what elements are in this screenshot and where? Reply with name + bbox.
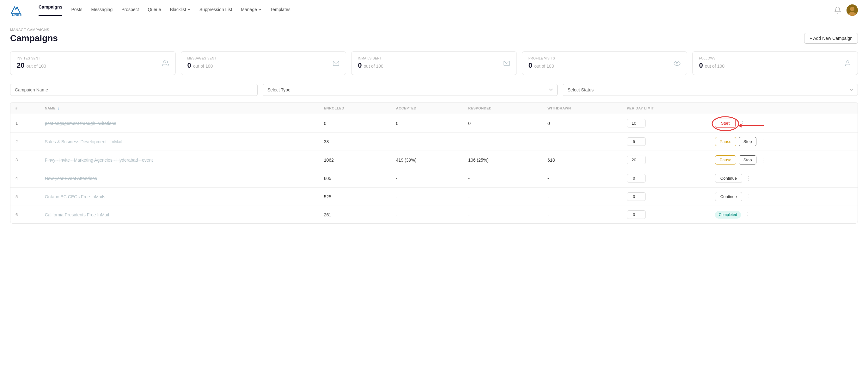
- cell-actions: Continue ⋮: [710, 169, 858, 188]
- table-row: 5 Ontario BC CEOs Free InMails 525 - - -…: [10, 188, 858, 206]
- per-day-input[interactable]: [627, 156, 646, 164]
- row-menu-button[interactable]: ⋮: [738, 120, 746, 127]
- cell-enrolled: 525: [319, 188, 391, 206]
- bell-icon[interactable]: [834, 6, 841, 14]
- cell-name: Sales & Business Development - InMail: [40, 133, 319, 151]
- cell-enrolled: 1062: [319, 151, 391, 169]
- logo[interactable]: LinkedLite: [10, 4, 23, 16]
- page-content: MANAGE CAMPAIGNS. Campaigns + Add New Ca…: [0, 20, 868, 231]
- per-day-input[interactable]: [627, 192, 646, 201]
- cell-actions: Start ⋮: [710, 114, 858, 133]
- nav-messaging[interactable]: Messaging: [91, 7, 113, 13]
- nav-manage[interactable]: Manage: [241, 7, 261, 13]
- nav-blacklist[interactable]: Blacklist: [170, 7, 190, 13]
- status-select[interactable]: Select Status: [563, 84, 858, 96]
- cell-withdrawn: -: [542, 206, 622, 224]
- svg-point-5: [163, 60, 166, 63]
- cell-withdrawn: -: [542, 188, 622, 206]
- navbar: LinkedLite Campaigns Posts Messaging Pro…: [0, 0, 868, 20]
- cell-num: 1: [10, 114, 40, 133]
- cell-per-day: [622, 188, 710, 206]
- nav-links: Campaigns Posts Messaging Prospect Queue…: [38, 4, 834, 16]
- cell-enrolled: 605: [319, 169, 391, 188]
- nav-campaigns[interactable]: Campaigns: [38, 4, 62, 16]
- cell-num: 2: [10, 133, 40, 151]
- stat-messages-value: 0 out of 100: [187, 61, 217, 69]
- cell-accepted: 0: [391, 114, 463, 133]
- cell-withdrawn: -: [542, 133, 622, 151]
- col-responded: RESPONDED: [463, 103, 542, 114]
- cell-withdrawn: 618: [542, 151, 622, 169]
- nav-posts[interactable]: Posts: [71, 7, 82, 13]
- cell-enrolled: 38: [319, 133, 391, 151]
- cell-per-day: [622, 114, 710, 133]
- cell-accepted: -: [391, 206, 463, 224]
- cell-per-day: [622, 151, 710, 169]
- cell-num: 6: [10, 206, 40, 224]
- table-row: 6 California Presidents Free InMail 261 …: [10, 206, 858, 224]
- nav-templates[interactable]: Templates: [270, 7, 290, 13]
- per-day-input[interactable]: [627, 174, 646, 183]
- cell-name: post engagement through invitations: [40, 114, 319, 133]
- nav-prospect[interactable]: Prospect: [121, 7, 139, 13]
- row-menu-button[interactable]: ⋮: [745, 193, 753, 200]
- col-accepted: ACCEPTED: [391, 103, 463, 114]
- continue-button[interactable]: Continue: [715, 174, 742, 183]
- col-actions: [710, 103, 858, 114]
- col-enrolled: ENROLLED: [319, 103, 391, 114]
- cell-responded: -: [463, 188, 542, 206]
- pause-button[interactable]: Pause: [715, 137, 736, 146]
- row-menu-button[interactable]: ⋮: [759, 138, 767, 145]
- svg-text:LinkedLite: LinkedLite: [12, 13, 22, 16]
- per-day-input[interactable]: [627, 137, 646, 146]
- page-header: Campaigns + Add New Campaign: [10, 33, 858, 44]
- stat-messages-label: MESSAGES SENT: [187, 57, 217, 60]
- type-select[interactable]: Select Type: [263, 84, 558, 96]
- stat-follows-value: 0 out of 100: [699, 61, 724, 69]
- table-row: 1 post engagement through invitations 0 …: [10, 114, 858, 133]
- cell-responded: -: [463, 169, 542, 188]
- nav-suppression[interactable]: Suppression List: [199, 7, 232, 13]
- continue-button[interactable]: Continue: [715, 192, 742, 201]
- stat-follows: FOLLOWS 0 out of 100: [692, 51, 858, 75]
- nav-queue[interactable]: Queue: [148, 7, 161, 13]
- cell-enrolled: 261: [319, 206, 391, 224]
- cell-name: Finvy - Invite - Marketing Agencies - Hy…: [40, 151, 319, 169]
- svg-point-9: [846, 60, 849, 63]
- people-icon: [162, 60, 169, 67]
- row-menu-button[interactable]: ⋮: [743, 211, 752, 218]
- cell-actions: Continue ⋮: [710, 188, 858, 206]
- stat-inmails-value: 0 out of 100: [358, 61, 383, 69]
- cell-responded: -: [463, 206, 542, 224]
- nav-right: [834, 4, 858, 16]
- page-title: Campaigns: [10, 33, 58, 43]
- row-menu-button[interactable]: ⋮: [745, 175, 753, 182]
- add-campaign-button[interactable]: + Add New Campaign: [804, 33, 858, 44]
- svg-point-3: [850, 7, 855, 11]
- cell-accepted: -: [391, 133, 463, 151]
- per-day-input[interactable]: [627, 211, 646, 219]
- cell-accepted: -: [391, 169, 463, 188]
- table-row: 2 Sales & Business Development - InMail …: [10, 133, 858, 151]
- campaign-name-input[interactable]: [10, 84, 258, 96]
- table-header-row: # NAME ↕ ENROLLED ACCEPTED RESPONDED WIT…: [10, 103, 858, 114]
- filters-row: Select Type Select Status: [10, 84, 858, 96]
- col-name[interactable]: NAME ↕: [40, 103, 319, 114]
- cell-name: Ontario BC CEOs Free InMails: [40, 188, 319, 206]
- start-button[interactable]: Start: [715, 119, 736, 128]
- avatar[interactable]: [846, 4, 858, 16]
- stop-button[interactable]: Stop: [739, 155, 757, 165]
- inmail-icon: [503, 60, 510, 67]
- pause-button[interactable]: Pause: [715, 155, 736, 165]
- cell-responded: 0: [463, 114, 542, 133]
- per-day-input[interactable]: [627, 119, 646, 128]
- stop-button[interactable]: Stop: [739, 137, 757, 146]
- campaigns-table: # NAME ↕ ENROLLED ACCEPTED RESPONDED WIT…: [10, 102, 858, 224]
- cell-responded: -: [463, 133, 542, 151]
- table-row: 4 New year Event Attendees 605 - - - Con…: [10, 169, 858, 188]
- col-per-day: PER DAY LIMIT: [622, 103, 710, 114]
- cell-num: 5: [10, 188, 40, 206]
- row-menu-button[interactable]: ⋮: [759, 157, 767, 164]
- col-withdrawn: WITHDRAWN: [542, 103, 622, 114]
- cell-actions: Pause Stop ⋮: [710, 133, 858, 151]
